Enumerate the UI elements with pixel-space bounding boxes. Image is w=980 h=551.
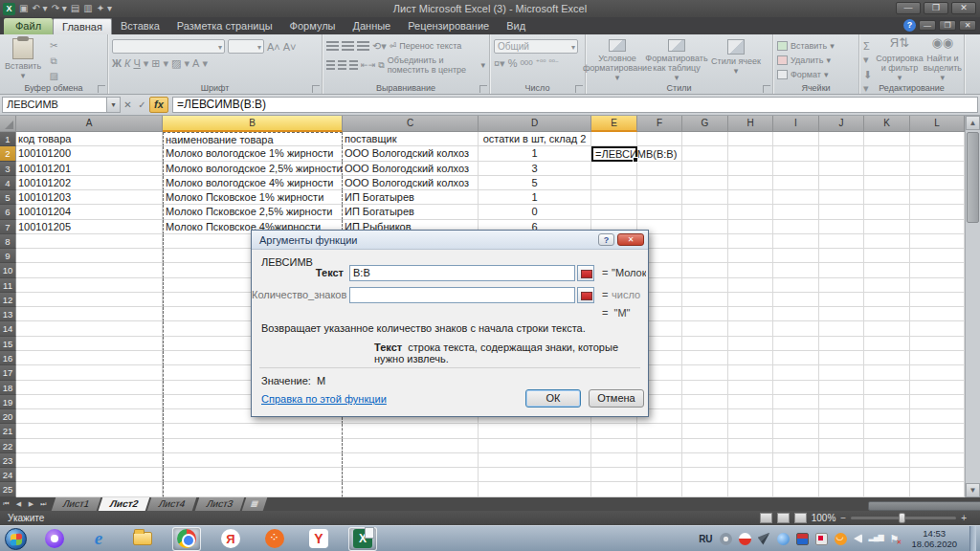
cell-J5[interactable] <box>819 190 864 205</box>
cancel-entry-icon[interactable]: ✕ <box>121 98 135 113</box>
row-header-15[interactable]: 15 <box>0 337 16 351</box>
cell-G12[interactable] <box>682 293 728 307</box>
cell-H6[interactable] <box>728 205 773 219</box>
cell-A10[interactable] <box>16 263 163 277</box>
cell-G10[interactable] <box>682 263 728 277</box>
cell-B3[interactable]: Молоко вологодское 2,5% жирности <box>163 162 343 176</box>
cell-A2[interactable]: 100101200 <box>16 146 163 161</box>
cell-L6[interactable] <box>910 205 965 219</box>
cell-L14[interactable] <box>910 321 965 336</box>
workbook-close-button[interactable]: ✕ <box>959 20 976 31</box>
column-header-B[interactable]: B <box>163 116 343 132</box>
cell-J19[interactable] <box>819 395 864 409</box>
cell-F23[interactable] <box>637 453 682 468</box>
number-dialog-launcher-icon[interactable] <box>575 85 583 93</box>
orientation-icon[interactable]: ⟲▾ <box>372 39 387 53</box>
row-header-19[interactable]: 19 <box>0 395 16 409</box>
cell-G13[interactable] <box>682 307 728 321</box>
cell-E21[interactable] <box>591 424 637 438</box>
decrease-decimal-icon[interactable]: ⁰⁰⁻ <box>548 56 559 70</box>
show-desktop-button[interactable] <box>969 526 976 551</box>
cell-D24[interactable] <box>479 468 591 482</box>
increase-decimal-icon[interactable]: ⁺⁰⁰ <box>536 56 546 70</box>
cell-K15[interactable] <box>864 337 910 351</box>
cell-A21[interactable] <box>16 424 163 438</box>
cell-H2[interactable] <box>728 146 773 161</box>
zoom-out-icon[interactable]: − <box>840 513 846 523</box>
cell-H19[interactable] <box>728 395 773 409</box>
cell-A5[interactable]: 100101203 <box>16 190 163 205</box>
vertical-scrollbar[interactable]: ▲ ▼ <box>965 116 980 497</box>
cell-E6[interactable] <box>591 205 637 219</box>
cell-G5[interactable] <box>682 190 728 205</box>
cell-I13[interactable] <box>773 307 819 321</box>
cell-E24[interactable] <box>591 468 637 482</box>
sheet-tab-Лист3[interactable]: Лист3 <box>195 497 245 511</box>
taskbar-yandex-browser-icon[interactable]: Я <box>216 527 245 551</box>
horizontal-scroll-thumb[interactable] <box>868 501 980 511</box>
network-signal-icon[interactable]: ▂▄▆ <box>869 533 883 545</box>
cell-G20[interactable] <box>682 409 728 424</box>
cell-G1[interactable] <box>682 132 728 146</box>
cell-J22[interactable] <box>819 439 864 453</box>
cell-J21[interactable] <box>819 424 864 438</box>
cell-A7[interactable]: 100101205 <box>16 220 163 234</box>
cell-H15[interactable] <box>728 337 773 351</box>
cell-K8[interactable] <box>864 234 910 249</box>
tray-smiley-icon[interactable] <box>835 533 847 545</box>
align-left-icon[interactable] <box>326 60 335 70</box>
row-header-9[interactable]: 9 <box>0 249 16 263</box>
row-header-7[interactable]: 7 <box>0 220 16 234</box>
cell-I22[interactable] <box>773 439 819 453</box>
row-header-11[interactable]: 11 <box>0 278 16 293</box>
cell-K25[interactable] <box>864 482 910 496</box>
cell-J17[interactable] <box>819 365 864 380</box>
cell-H25[interactable] <box>728 482 773 496</box>
cell-G2[interactable] <box>682 146 728 161</box>
tray-clipboard-icon[interactable] <box>815 533 828 545</box>
vertical-scroll-thumb[interactable] <box>967 132 979 223</box>
cell-J20[interactable] <box>819 409 864 424</box>
number-format-combo[interactable]: Общий <box>494 39 578 54</box>
cell-K5[interactable] <box>864 190 910 205</box>
cell-H9[interactable] <box>728 249 773 263</box>
cell-I12[interactable] <box>773 293 819 307</box>
bold-icon[interactable]: Ж <box>112 56 122 70</box>
cell-B21[interactable] <box>163 424 343 438</box>
zoom-slider[interactable] <box>851 517 956 519</box>
cell-B2[interactable]: Молоко вологодское 1% жирности <box>163 146 343 161</box>
cell-E3[interactable] <box>591 162 637 176</box>
cell-I2[interactable] <box>773 146 819 161</box>
cell-B5[interactable]: Молоко Псковское 1% жирности <box>163 190 343 205</box>
row-header-14[interactable]: 14 <box>0 321 16 336</box>
taskbar-file-explorer-icon[interactable] <box>128 527 157 551</box>
alignment-dialog-launcher-icon[interactable] <box>479 85 487 93</box>
cell-C24[interactable] <box>343 468 479 482</box>
cell-L24[interactable] <box>910 468 965 482</box>
cell-H18[interactable] <box>728 381 773 395</box>
normal-view-icon[interactable] <box>760 513 772 523</box>
align-center-icon[interactable] <box>338 60 346 70</box>
cell-B23[interactable] <box>163 453 343 468</box>
cell-I1[interactable] <box>773 132 819 146</box>
cell-H20[interactable] <box>728 409 773 424</box>
cell-C25[interactable] <box>343 482 479 496</box>
tab-data[interactable]: Данные <box>344 18 399 34</box>
page-layout-view-icon[interactable] <box>777 513 790 523</box>
cell-G24[interactable] <box>682 468 728 482</box>
paste-button[interactable]: Вставить▾ <box>2 36 44 82</box>
cell-L18[interactable] <box>910 381 965 395</box>
insert-function-icon[interactable]: fx <box>149 97 168 113</box>
wrap-text-button[interactable]: ⏎ Перенос текста <box>390 41 462 51</box>
cell-A22[interactable] <box>16 439 163 453</box>
taskbar-orange-app-icon[interactable] <box>260 527 289 551</box>
cell-H23[interactable] <box>728 453 773 468</box>
cell-K24[interactable] <box>864 468 910 482</box>
undo-icon[interactable]: ↶ ▾ <box>32 2 47 15</box>
cell-K3[interactable] <box>864 162 910 176</box>
cell-G7[interactable] <box>682 220 728 234</box>
scroll-down-icon[interactable]: ▼ <box>966 483 980 497</box>
cell-L17[interactable] <box>910 365 965 380</box>
cell-I18[interactable] <box>773 381 819 395</box>
cell-G8[interactable] <box>682 234 728 249</box>
